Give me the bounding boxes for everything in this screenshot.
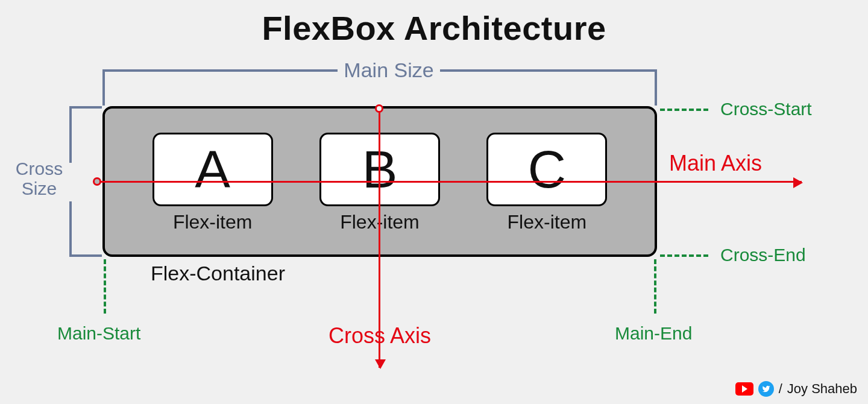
main-start-label: Main-Start [57,323,140,344]
twitter-icon [758,381,774,397]
cross-size-label: Cross Size [12,159,66,198]
main-axis-label: Main Axis [669,151,762,176]
main-size-label: Main Size [338,58,440,82]
main-start-dash [104,259,106,314]
youtube-icon [735,382,753,396]
main-end-dash [654,259,656,314]
cross-axis-label: Cross Axis [289,323,470,349]
cross-start-dash [660,109,708,111]
flex-item-caption: Flex-item [173,211,253,233]
main-axis-arrow [96,181,802,183]
cross-start-label: Cross-Start [720,99,812,119]
flex-item-caption: Flex-item [508,211,587,233]
page-title: FlexBox Architecture [0,8,868,48]
cross-size-bracket-gap [68,163,74,201]
cross-end-label: Cross-End [720,245,806,265]
flex-item-c: C [486,133,607,206]
cross-end-dash [660,254,708,257]
main-axis-origin [93,177,101,186]
cross-axis-origin [375,104,383,113]
credit-name: Joy Shaheb [787,381,857,397]
credit: / Joy Shaheb [735,381,857,397]
flex-item-a: A [153,133,273,206]
flex-container-label: Flex-Container [151,262,285,285]
main-end-label: Main-End [615,323,692,344]
credit-sep: / [779,381,782,397]
flex-item-col: C Flex-item [486,133,607,233]
flex-item-col: A Flex-item [153,133,273,233]
